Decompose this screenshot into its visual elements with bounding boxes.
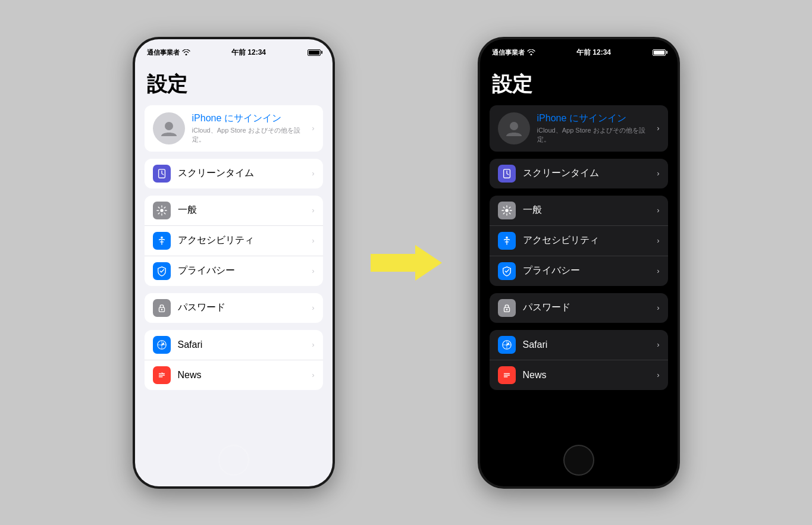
password-row-dark[interactable]: パスワード › (490, 293, 668, 323)
profile-row-dark[interactable]: iPhone にサインイン iCloud、App Store およびその他を設定… (490, 105, 668, 152)
svg-point-0 (165, 122, 173, 130)
accessibility-chevron-dark: › (657, 236, 659, 245)
svg-point-13 (505, 209, 508, 212)
general-row-dark[interactable]: 一般 › (490, 196, 668, 225)
wifi-icon (182, 49, 190, 55)
screentime-row-light[interactable]: スクリーンタイム › (145, 159, 323, 188)
arrow-container (371, 245, 442, 281)
safari-label-light: Safari (178, 339, 312, 350)
svg-point-16 (506, 309, 507, 310)
home-button-dark[interactable] (563, 445, 594, 476)
privacy-label-dark: プライバシー (523, 265, 657, 277)
safari-group-dark: Safari › News › (490, 330, 668, 390)
safari-group-light: Safari › News › (145, 330, 323, 390)
privacy-label-light: プライバシー (178, 265, 312, 277)
privacy-row-dark[interactable]: プライバシー › (490, 256, 668, 286)
safari-icon-dark (498, 336, 516, 354)
svg-marker-10 (371, 245, 442, 281)
battery-icon (308, 49, 321, 56)
status-bar-dark: 通信事業者 午前 12:34 (480, 39, 678, 61)
svg-point-14 (506, 236, 508, 238)
screentime-icon-light (153, 165, 171, 183)
general-label-light: 一般 (178, 204, 312, 216)
profile-group-light: iPhone にサインイン iCloud、App Store およびその他を設定… (145, 105, 323, 152)
password-label-dark: パスワード (523, 301, 657, 314)
password-chevron-dark: › (657, 303, 659, 312)
news-icon-light (153, 366, 171, 384)
privacy-chevron-light: › (312, 266, 314, 275)
safari-row-light[interactable]: Safari › (145, 330, 323, 360)
accessibility-label-dark: アクセシビリティ (523, 234, 657, 247)
safari-chevron-dark: › (657, 340, 659, 349)
carrier-label-dark: 通信事業者 (492, 48, 525, 57)
news-row-dark[interactable]: News › (490, 360, 668, 390)
news-row-light[interactable]: News › (145, 360, 323, 390)
screentime-group-light: スクリーンタイム › (145, 159, 323, 188)
news-icon-dark (498, 366, 516, 384)
general-chevron-light: › (312, 206, 314, 215)
general-icon-dark (498, 202, 516, 219)
accessibility-row-dark[interactable]: アクセシビリティ › (490, 225, 668, 256)
password-label-light: パスワード (178, 301, 312, 314)
screentime-chevron-light: › (312, 169, 314, 178)
page-title-light: 設定 (135, 61, 333, 105)
screentime-row-dark[interactable]: スクリーンタイム › (490, 159, 668, 188)
profile-chevron-dark: › (657, 124, 659, 133)
accessibility-row-light[interactable]: アクセシビリティ › (145, 225, 323, 256)
screentime-label-light: スクリーンタイム (178, 167, 312, 180)
svg-point-3 (161, 236, 163, 238)
general-group-light: 一般 › アクセシビリティ › (145, 196, 323, 286)
news-chevron-light: › (312, 370, 314, 379)
general-label-dark: 一般 (523, 204, 657, 216)
signin-subtitle-dark: iCloud、App Store およびその他を設定。 (537, 126, 650, 144)
privacy-icon-light (153, 262, 171, 280)
privacy-icon-dark (498, 262, 516, 280)
screentime-chevron-dark: › (657, 169, 659, 178)
avatar-light (153, 112, 185, 144)
general-chevron-dark: › (657, 206, 659, 215)
safari-icon-light (153, 336, 171, 354)
signin-label-dark: iPhone にサインイン (537, 112, 650, 125)
general-group-dark: 一般 › アクセシビリティ › (490, 196, 668, 286)
profile-group-dark: iPhone にサインイン iCloud、App Store およびその他を設定… (490, 105, 668, 152)
general-icon-light (153, 202, 171, 219)
password-group-light: パスワード › (145, 293, 323, 323)
time-label-dark: 午前 12:34 (576, 48, 611, 58)
carrier-label: 通信事業者 (147, 48, 180, 57)
accessibility-label-light: アクセシビリティ (178, 234, 312, 247)
screentime-icon-dark (498, 165, 516, 183)
phone-light: 通信事業者 午前 12:34 設定 (133, 37, 335, 489)
svg-point-11 (510, 122, 518, 130)
accessibility-chevron-light: › (312, 236, 314, 245)
privacy-row-light[interactable]: プライバシー › (145, 256, 323, 286)
page-title-dark: 設定 (480, 61, 678, 105)
safari-label-dark: Safari (523, 339, 657, 350)
news-label-dark: News (523, 370, 657, 381)
accessibility-icon-light (153, 232, 171, 250)
screentime-group-dark: スクリーンタイム › (490, 159, 668, 188)
avatar-dark (498, 112, 530, 144)
password-chevron-light: › (312, 303, 314, 312)
battery-icon-dark (653, 49, 666, 56)
password-icon-dark (498, 299, 516, 317)
phone-dark: 通信事業者 午前 12:34 設定 (478, 37, 680, 489)
svg-point-2 (160, 209, 163, 212)
home-button-area-dark (480, 439, 678, 486)
privacy-chevron-dark: › (657, 266, 659, 275)
home-button-light[interactable] (218, 445, 249, 476)
signin-label-light: iPhone にサインイン (192, 112, 305, 125)
password-row-light[interactable]: パスワード › (145, 293, 323, 323)
safari-chevron-light: › (312, 340, 314, 349)
news-chevron-dark: › (657, 370, 659, 379)
signin-subtitle-light: iCloud、App Store およびその他を設定。 (192, 126, 305, 144)
general-row-light[interactable]: 一般 › (145, 196, 323, 225)
password-icon-light (153, 299, 171, 317)
profile-row-light[interactable]: iPhone にサインイン iCloud、App Store およびその他を設定… (145, 105, 323, 152)
accessibility-icon-dark (498, 232, 516, 250)
svg-point-5 (161, 309, 162, 310)
status-bar-light: 通信事業者 午前 12:34 (135, 39, 333, 61)
password-group-dark: パスワード › (490, 293, 668, 323)
time-label: 午前 12:34 (231, 48, 266, 58)
safari-row-dark[interactable]: Safari › (490, 330, 668, 360)
home-button-area-light (135, 439, 333, 486)
